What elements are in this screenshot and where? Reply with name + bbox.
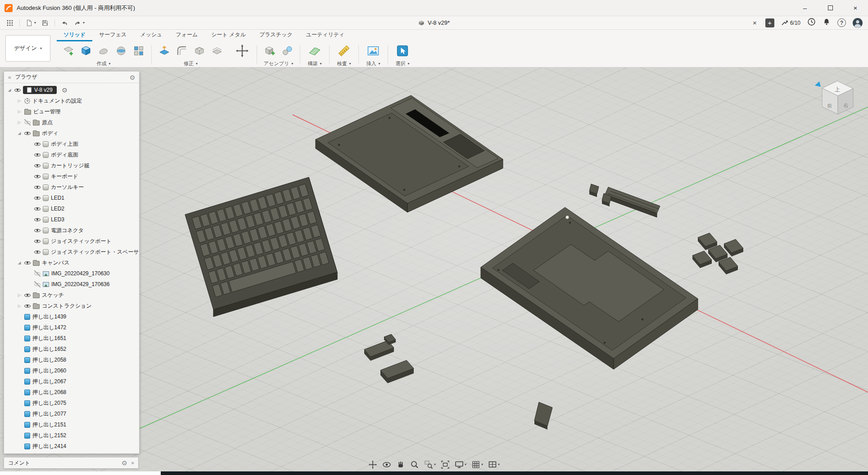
body-led-parts[interactable] — [364, 334, 414, 383]
tab-utilities[interactable]: ユーティリティ — [299, 29, 352, 41]
tab-mesh[interactable]: メッシュ — [133, 29, 169, 41]
tree-item-label[interactable]: スケッチ — [42, 291, 64, 299]
viewcube[interactable]: 上 前 右 — [815, 81, 853, 114]
app-grid-button[interactable] — [5, 18, 14, 27]
tree-item-label[interactable]: 押し出し2068 — [32, 389, 66, 396]
tree-item-label[interactable]: V-8 v29 — [34, 87, 53, 93]
tree-row[interactable]: 押し出し1472 — [4, 322, 139, 333]
tree-row[interactable]: ジョイスティックポート — [4, 236, 139, 246]
visibility-eye-icon[interactable] — [34, 184, 41, 190]
tab-plastic[interactable]: プラスチック — [253, 29, 299, 41]
viewcube-orbit-arrow-icon[interactable] — [815, 81, 821, 87]
display-settings-button[interactable]: ▾ — [454, 460, 467, 470]
group-create-label[interactable]: 作成 ▾ — [96, 60, 110, 67]
visibility-eye-icon[interactable] — [34, 195, 41, 201]
tree-row[interactable]: 押し出し2067 — [4, 376, 139, 387]
body-cursor-keys[interactable] — [692, 233, 743, 274]
tree-row[interactable]: 押し出し2077 — [4, 408, 139, 419]
tree-item-label[interactable]: ボディ上面 — [51, 140, 78, 148]
measure-button[interactable] — [335, 42, 353, 60]
tree-row[interactable]: 押し出し2058 — [4, 354, 139, 365]
tree-item-label[interactable]: IMG_20220429_170636 — [51, 281, 109, 287]
group-assemble-label[interactable]: アセンブリ ▾ — [264, 60, 293, 67]
tree-row[interactable]: 電源コネクタ — [4, 225, 139, 236]
tree-item-label[interactable]: LED1 — [51, 195, 64, 201]
user-avatar[interactable] — [853, 18, 863, 28]
tree-item-label[interactable]: ビュー管理 — [33, 108, 61, 116]
tree-item-label[interactable]: ドキュメントの設定 — [32, 97, 82, 105]
shell-button[interactable] — [192, 44, 207, 58]
tree-item-label[interactable]: キャンバス — [42, 259, 69, 267]
tree-item-label[interactable]: 原点 — [42, 119, 53, 126]
visibility-eye-icon[interactable] — [34, 216, 41, 223]
visibility-eye-icon[interactable] — [24, 303, 31, 309]
visibility-eye-icon[interactable] — [24, 119, 31, 125]
create-sketch-button[interactable] — [61, 44, 76, 58]
fit-button[interactable] — [440, 460, 450, 470]
tree-row[interactable]: ▷ビュー管理 — [4, 106, 139, 117]
visibility-eye-icon[interactable] — [24, 130, 31, 136]
tree-row[interactable]: ◢ボディ — [4, 128, 139, 139]
tree-item-label[interactable]: ジョイスティックポート・スペーサ — [51, 248, 139, 256]
tree-item-label[interactable]: カートリッジ籠 — [51, 162, 89, 170]
tree-row[interactable]: IMG_20220429_170630 — [4, 268, 139, 279]
group-construct-label[interactable]: 構築 ▾ — [307, 60, 321, 67]
grab-button[interactable] — [396, 460, 406, 470]
tree-row[interactable]: 押し出し2060 — [4, 365, 139, 376]
grid-settings-button[interactable]: ▾ — [471, 460, 484, 470]
tree-item-label[interactable]: 押し出し2058 — [32, 356, 66, 364]
tree-item-label[interactable]: ボディ底面 — [51, 151, 78, 159]
move-copy-button[interactable] — [233, 42, 251, 60]
tree-item-label[interactable]: 押し出し1439 — [32, 313, 66, 321]
group-insert-label[interactable]: 挿入 ▾ — [366, 60, 380, 67]
redo-button[interactable]: ▾ — [73, 18, 86, 27]
tree-item-label[interactable]: 押し出し2077 — [32, 410, 66, 418]
file-menu-button[interactable]: ▾ — [25, 18, 37, 27]
tree-row[interactable]: ▷スケッチ — [4, 290, 139, 300]
collapsed-arrow-icon[interactable]: ▷ — [17, 120, 22, 125]
tree-row[interactable]: カートリッジ籠 — [4, 160, 139, 171]
collapsed-arrow-icon[interactable]: ▷ — [17, 109, 22, 114]
visibility-eye-icon[interactable] — [34, 173, 41, 179]
visibility-eye-icon[interactable] — [34, 206, 41, 212]
tab-sheet-metal[interactable]: シート メタル — [204, 29, 253, 41]
group-select-label[interactable]: 選択 ▾ — [395, 60, 409, 67]
fillet-button[interactable] — [175, 44, 189, 58]
collapsed-arrow-icon[interactable]: ▷ — [17, 304, 22, 308]
maximize-button[interactable] — [818, 0, 843, 16]
visibility-eye-icon[interactable] — [34, 238, 41, 244]
visibility-eye-icon[interactable] — [14, 87, 21, 93]
viewports-button[interactable]: ▾ — [488, 460, 500, 470]
tree-row[interactable]: ジョイスティックポート・スペーサ — [4, 246, 139, 257]
tree-item-label[interactable]: 押し出し2060 — [32, 367, 66, 375]
tree-row[interactable]: LED1 — [4, 193, 139, 203]
pan-button[interactable] — [368, 460, 378, 470]
tree-item-label[interactable]: 押し出し1651 — [32, 335, 66, 342]
visibility-eye-icon[interactable] — [24, 292, 31, 298]
expand-right-icon[interactable]: » — [131, 460, 134, 466]
tree-item-label[interactable]: IMG_20220429_170630 — [51, 270, 109, 277]
group-inspect-label[interactable]: 検査 ▾ — [337, 60, 351, 67]
group-modify-label[interactable]: 修正 ▾ — [184, 60, 198, 67]
visibility-eye-icon[interactable] — [34, 152, 41, 158]
browser-root-row[interactable]: ◢V-8 v29⊙ — [4, 85, 139, 95]
active-document-chip[interactable]: V-8 v29 — [23, 86, 57, 94]
tree-row[interactable]: LED2 — [4, 203, 139, 214]
tree-item-label[interactable]: 押し出し2152 — [32, 432, 66, 439]
tree-item-label[interactable]: 押し出し2151 — [32, 421, 66, 429]
minimize-button[interactable]: – — [792, 0, 818, 16]
tree-row[interactable]: 押し出し2414 — [4, 441, 139, 452]
tree-item-label[interactable]: キーボード — [51, 173, 78, 180]
visibility-eye-icon[interactable] — [24, 260, 31, 266]
visibility-eye-icon[interactable] — [34, 141, 41, 147]
comment-target-icon[interactable]: ⊙ — [122, 459, 127, 466]
press-pull-button[interactable] — [157, 44, 172, 58]
tab-surface[interactable]: サーフェス — [92, 29, 133, 41]
tree-item-label[interactable]: カーソルキー — [51, 184, 84, 191]
body-bottom-case[interactable] — [481, 207, 698, 369]
look-at-button[interactable] — [382, 460, 392, 470]
revolve-button[interactable] — [114, 44, 128, 58]
construction-plane-button[interactable] — [306, 42, 324, 60]
tree-row[interactable]: 押し出し1652 — [4, 344, 139, 354]
visibility-eye-icon[interactable] — [34, 281, 41, 287]
